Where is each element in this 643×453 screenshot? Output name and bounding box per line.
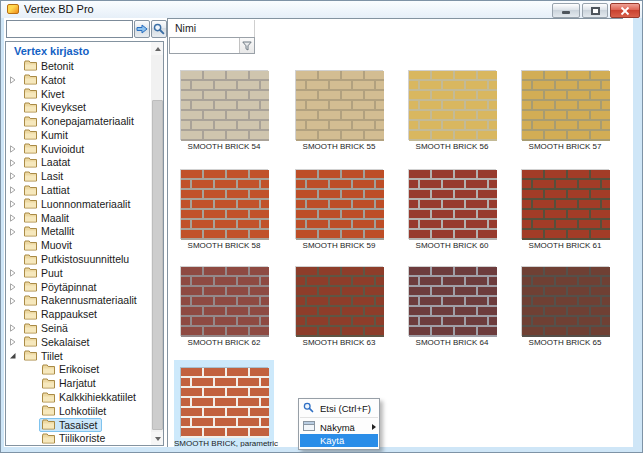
folder-icon: [24, 60, 37, 71]
go-button[interactable]: [134, 20, 150, 38]
folder-icon: [24, 157, 37, 168]
search-button[interactable]: [151, 20, 167, 38]
tree-item-laatat[interactable]: Laatat: [6, 156, 150, 170]
material-thumbnail: [295, 70, 383, 140]
brick-texture: [522, 267, 610, 337]
material-item-smooth-brick-61[interactable]: SMOOTH BRICK 61: [515, 162, 615, 250]
tree-item-content: Betonit: [21, 59, 78, 73]
column-header-nimi[interactable]: Nimi: [169, 20, 255, 37]
scrollbar-thumb[interactable]: [152, 100, 163, 430]
tree-item-konepajamateriaalit[interactable]: Konepajamateriaalit: [6, 114, 150, 128]
scroll-down-button[interactable]: [151, 432, 164, 445]
tree-item-kiveykset[interactable]: Kiveykset: [6, 100, 150, 114]
tree-item-tiilikoriste[interactable]: Tiilikoriste: [6, 432, 150, 446]
tree-item-content: Tasaiset: [39, 418, 102, 432]
filter-input[interactable]: [171, 39, 239, 52]
tree-item-label: Katot: [41, 74, 66, 86]
tree-item-kivet[interactable]: Kivet: [6, 87, 150, 101]
tree-item-content: Lasit: [21, 169, 67, 183]
material-thumbnail: [180, 70, 268, 140]
column-header-label: Nimi: [175, 22, 196, 34]
chevron-right-icon: [9, 269, 17, 277]
tree-item-kalkkihiekkatiilet[interactable]: Kalkkihiekkatiilet: [6, 390, 150, 404]
tree-item-label: Muovit: [41, 239, 72, 251]
search-input[interactable]: [6, 20, 133, 38]
menu-item-etsi-ctrl-f[interactable]: Etsi (Ctrl+F): [299, 401, 379, 415]
menu-item-kayta[interactable]: Käytä: [300, 434, 378, 447]
tree-item-label: Rakennusmateriaalit: [41, 294, 137, 306]
material-item-smooth-brick-62[interactable]: SMOOTH BRICK 62: [174, 259, 274, 347]
tree-item-content: Kivet: [21, 87, 68, 101]
tree-item-putkistosuunnittelu[interactable]: Putkistosuunnittelu: [6, 252, 150, 266]
tree-item-muovit[interactable]: Muovit: [6, 238, 150, 252]
menu-item-nakyma[interactable]: Näkymä: [299, 420, 379, 434]
menu-item-label: Käytä: [320, 435, 344, 446]
tree-item-rappaukset[interactable]: Rappaukset: [6, 307, 150, 321]
context-menu: Etsi (Ctrl+F) NäkymäKäytä: [298, 398, 380, 450]
tree-item-content: Lattiat: [21, 183, 74, 197]
folder-icon: [24, 350, 37, 361]
tree-item-label: Kalkkihiekkatiilet: [59, 391, 136, 403]
material-item-smooth-brick-64[interactable]: SMOOTH BRICK 64: [402, 259, 502, 347]
close-button[interactable]: [610, 3, 640, 18]
material-item-smooth-brick-55[interactable]: SMOOTH BRICK 55: [289, 63, 389, 151]
arrow-up-icon: [155, 47, 161, 51]
folder-icon: [24, 323, 37, 334]
material-thumbnail: [521, 70, 609, 140]
tree-item-lattiat[interactable]: Lattiat: [6, 183, 150, 197]
tree-item-label: Maalit: [41, 212, 69, 224]
tree-item-label: Laatat: [41, 156, 70, 168]
material-item-smooth-brick-63[interactable]: SMOOTH BRICK 63: [289, 259, 389, 347]
material-item-smooth-brick-65[interactable]: SMOOTH BRICK 65: [515, 259, 615, 347]
tree-item-lohkotiilet[interactable]: Lohkotiilet: [6, 404, 150, 418]
tree-item-betonit[interactable]: Betonit: [6, 59, 150, 73]
tree-item-kumit[interactable]: Kumit: [6, 128, 150, 142]
maximize-button[interactable]: [582, 3, 608, 18]
folder-icon: [42, 364, 55, 375]
material-item-smooth-brick-54[interactable]: SMOOTH BRICK 54: [174, 63, 274, 151]
tree-item-content: Pöytäpinnat: [21, 280, 100, 294]
material-item-smooth-brick-56[interactable]: SMOOTH BRICK 56: [402, 63, 502, 151]
tree-item-rakennusmateriaalit[interactable]: Rakennusmateriaalit: [6, 294, 150, 308]
filter-button[interactable]: [239, 38, 254, 53]
tree-item-tasaiset[interactable]: Tasaiset: [6, 418, 150, 432]
tree-item-content: Konepajamateriaalit: [21, 114, 138, 128]
tree-item-content: Muovit: [21, 238, 76, 252]
folder-icon: [24, 226, 37, 237]
tree-item-puut[interactable]: Puut: [6, 266, 150, 280]
tree-item-content: Tiilet: [21, 349, 67, 363]
brick-texture: [296, 170, 384, 240]
tree-item-katot[interactable]: Katot: [6, 73, 150, 87]
titlebar[interactable]: Vertex BD Pro: [1, 1, 642, 18]
tree-item-label: Lattiat: [41, 184, 70, 196]
tree-item-luonnonmateriaalit[interactable]: Luonnonmateriaalit: [6, 197, 150, 211]
material-item-smooth-brick-59[interactable]: SMOOTH BRICK 59: [289, 162, 389, 250]
material-item-smooth-brick-parametric[interactable]: SMOOTH BRICK, parametric: [174, 360, 274, 447]
material-item-smooth-brick-57[interactable]: SMOOTH BRICK 57: [515, 63, 615, 151]
tree-item-content: Maalit: [21, 211, 73, 225]
tree-item-erikoiset[interactable]: Erikoiset: [6, 363, 150, 377]
tree-item-content: Luonnonmateriaalit: [21, 197, 134, 211]
brick-texture: [409, 71, 497, 141]
tree-item-content: Kuvioidut: [21, 142, 88, 156]
chevron-expanded-icon: [9, 352, 17, 360]
tree-item-seina[interactable]: Seinä: [6, 321, 150, 335]
material-item-smooth-brick-58[interactable]: SMOOTH BRICK 58: [174, 162, 274, 250]
chevron-right-icon: [9, 76, 17, 84]
tree-item-label: Pöytäpinnat: [41, 281, 96, 293]
minimize-button[interactable]: [552, 3, 580, 18]
tree-item-tiilet[interactable]: Tiilet: [6, 349, 150, 363]
tree-item-maalit[interactable]: Maalit: [6, 211, 150, 225]
tree-item-lasit[interactable]: Lasit: [6, 169, 150, 183]
scroll-up-button[interactable]: [151, 42, 164, 55]
material-item-smooth-brick-60[interactable]: SMOOTH BRICK 60: [402, 162, 502, 250]
tree-item-kuvioidut[interactable]: Kuvioidut: [6, 142, 150, 156]
tree-scrollbar[interactable]: [151, 42, 164, 445]
chevron-right-icon: [9, 159, 17, 167]
tree-item-content: Kumit: [21, 128, 72, 142]
tree-item-sekalaiset[interactable]: Sekalaiset: [6, 335, 150, 349]
tree-item-metallit[interactable]: Metallit: [6, 225, 150, 239]
tree-item-label: Seinä: [41, 322, 68, 334]
tree-item-poytapinnat[interactable]: Pöytäpinnat: [6, 280, 150, 294]
tree-item-harjatut[interactable]: Harjatut: [6, 376, 150, 390]
